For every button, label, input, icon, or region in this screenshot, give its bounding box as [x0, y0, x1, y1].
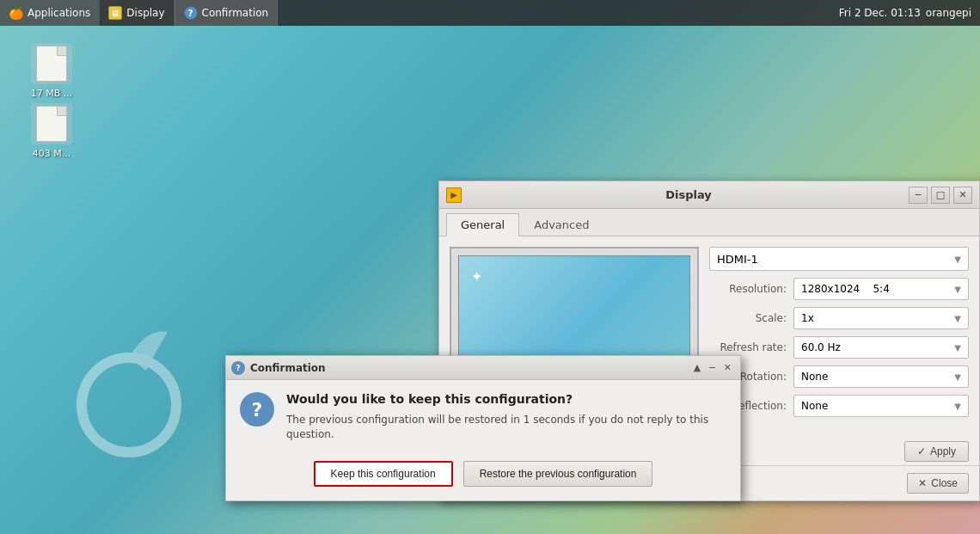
display-window-icon: ▶	[446, 187, 462, 203]
monitor-dropdown-arrow: ▼	[954, 255, 961, 264]
restore-config-button[interactable]: Restore the previous configuration	[463, 461, 653, 487]
display-maximize-btn[interactable]: □	[931, 187, 950, 204]
taskbar-left: 🍊 Applications 🖥 Display ? Confirmation	[0, 0, 830, 26]
confirm-body: ? Would you like to keep this configurat…	[226, 380, 740, 454]
scale-arrow: ▼	[954, 314, 961, 323]
confirmation-dialog: ? Confirmation ▲ ─ ✕ ? Would you like to…	[225, 355, 741, 501]
file-label-2: 403 M...	[33, 148, 70, 159]
apply-label: Apply	[930, 445, 956, 457]
keep-config-button[interactable]: Keep this configuration	[314, 461, 453, 487]
confirm-dialog-icon: ?	[231, 361, 245, 375]
confirm-minimize-btn[interactable]: ─	[706, 362, 719, 373]
file-icon-1	[31, 43, 72, 84]
orangepi-icon: 🍊	[9, 6, 23, 20]
rotation-dropdown[interactable]: None ▼	[793, 365, 969, 388]
close-footer-button[interactable]: ✕ Close	[907, 473, 969, 494]
confirm-up-btn[interactable]: ▲	[690, 362, 704, 373]
confirm-footer: Keep this configuration Restore the prev…	[226, 454, 740, 500]
taskbar: 🍊 Applications 🖥 Display ? Confirmation …	[0, 0, 980, 26]
refresh-label: Refresh rate:	[709, 341, 787, 353]
scale-row: Scale: 1x ▼	[709, 307, 969, 329]
rotation-value: None	[801, 371, 828, 383]
restore-config-label: Restore the previous configuration	[480, 468, 637, 480]
scale-dropdown[interactable]: 1x ▼	[793, 307, 969, 329]
refresh-value: 60.0 Hz	[801, 341, 841, 353]
reflection-arrow: ▼	[954, 402, 961, 411]
confirm-win-controls: ▲ ─ ✕	[690, 362, 735, 373]
cursor-icon: ✦	[471, 268, 482, 285]
tab-general[interactable]: General	[446, 213, 519, 236]
refresh-row: Refresh rate: 60.0 Hz ▼	[709, 336, 969, 359]
file-icon-2	[31, 103, 72, 144]
close-x-icon: ✕	[918, 477, 927, 489]
applications-label: Applications	[28, 7, 90, 19]
resolution-dropdown[interactable]: 1280x1024 5:4 ▼	[793, 278, 969, 300]
confirm-main-question: Would you like to keep this configuratio…	[286, 392, 726, 406]
reflection-row: Reflection: None ▼	[709, 395, 969, 417]
close-footer-label: Close	[931, 477, 958, 489]
display-window-title: Display	[469, 188, 909, 201]
taskbar-right: Fri 2 Dec. 01:13 orangepi	[830, 7, 980, 19]
confirm-close-btn[interactable]: ✕	[720, 362, 735, 373]
desktop: 🍊 Applications 🖥 Display ? Confirmation …	[0, 0, 980, 534]
resolution-arrow: ▼	[954, 285, 961, 294]
desktop-icon-1[interactable]: 17 MB ...	[17, 39, 86, 103]
desktop-icon-2[interactable]: 403 M...	[17, 99, 86, 163]
reflection-dropdown[interactable]: None ▼	[793, 395, 969, 417]
applications-menu[interactable]: 🍊 Applications	[0, 0, 99, 26]
taskbar-datetime: Fri 2 Dec. 01:13	[839, 7, 921, 19]
taskbar-user: orangepi	[926, 7, 971, 19]
confirmation-tab-label: Confirmation	[202, 7, 269, 19]
confirm-dialog-title: Confirmation	[250, 362, 690, 374]
resolution-value: 1280x1024 5:4	[801, 283, 890, 295]
confirm-text-area: Would you like to keep this configuratio…	[286, 392, 726, 442]
monitor-value: HDMI-1	[717, 253, 758, 266]
confirm-titlebar: ? Confirmation ▲ ─ ✕	[226, 356, 740, 380]
display-settings-panel: HDMI-1 ▼ Resolution: 1280x1024 5:4 ▼	[709, 247, 969, 427]
scale-value: 1x	[801, 312, 814, 324]
orangepi-logo	[52, 310, 206, 465]
question-icon: ?	[240, 392, 274, 427]
file-label-1: 17 MB ...	[31, 88, 73, 99]
monitor-dropdown[interactable]: HDMI-1 ▼	[709, 247, 969, 271]
display-window-controls: ─ □ ✕	[909, 187, 972, 204]
confirm-sub-message: The previous configuration will be resto…	[286, 413, 726, 442]
rotation-row: Rotation: None ▼	[709, 365, 969, 388]
display-close-btn[interactable]: ✕	[953, 187, 972, 204]
svg-point-0	[82, 358, 176, 452]
display-window-titlebar: ▶ Display ─ □ ✕	[439, 181, 979, 209]
display-taskbar-btn[interactable]: 🖥 Display	[99, 0, 174, 26]
resolution-label: Resolution:	[709, 283, 787, 295]
display-tabs: General Advanced	[439, 209, 979, 236]
resolution-row: Resolution: 1280x1024 5:4 ▼	[709, 278, 969, 300]
rotation-arrow: ▼	[954, 372, 961, 382]
confirmation-taskbar-btn[interactable]: ? Confirmation	[175, 0, 279, 26]
tab-advanced[interactable]: Advanced	[519, 213, 603, 236]
refresh-dropdown[interactable]: 60.0 Hz ▼	[793, 336, 969, 359]
keep-config-label: Keep this configuration	[331, 468, 436, 480]
display-tab-label: Display	[126, 7, 164, 19]
apply-checkmark-icon: ✓	[917, 445, 926, 457]
apply-button[interactable]: ✓ Apply	[904, 441, 969, 462]
reflection-value: None	[801, 400, 828, 412]
display-minimize-btn[interactable]: ─	[909, 187, 928, 204]
refresh-arrow: ▼	[954, 343, 961, 353]
scale-label: Scale:	[709, 312, 787, 324]
